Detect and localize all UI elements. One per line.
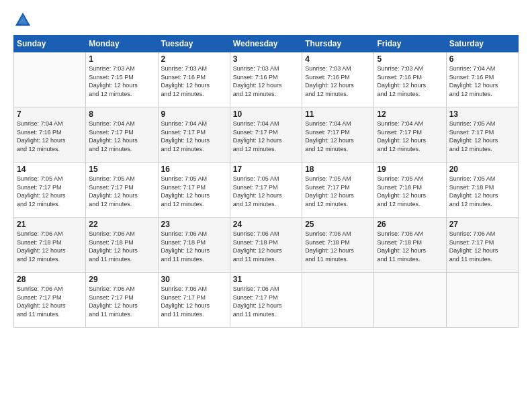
day-detail: Sunrise: 7:06 AMSunset: 7:18 PMDaylight:… xyxy=(161,230,227,263)
day-detail: Sunrise: 7:03 AMSunset: 7:16 PMDaylight:… xyxy=(377,64,443,98)
calendar-cell: 12Sunrise: 7:04 AMSunset: 7:17 PMDayligh… xyxy=(374,107,446,163)
calendar-cell: 25Sunrise: 7:06 AMSunset: 7:18 PMDayligh… xyxy=(302,218,374,273)
calendar-cell: 4Sunrise: 7:03 AMSunset: 7:16 PMDaylight… xyxy=(302,52,374,107)
calendar-cell: 22Sunrise: 7:06 AMSunset: 7:18 PMDayligh… xyxy=(86,218,158,273)
day-detail: Sunrise: 7:05 AMSunset: 7:17 PMDaylight:… xyxy=(161,175,227,208)
day-detail: Sunrise: 7:06 AMSunset: 7:18 PMDaylight:… xyxy=(89,230,154,263)
day-detail: Sunrise: 7:03 AMSunset: 7:15 PMDaylight:… xyxy=(89,64,154,98)
calendar-week-row: 14Sunrise: 7:05 AMSunset: 7:17 PMDayligh… xyxy=(14,163,519,218)
day-detail: Sunrise: 7:04 AMSunset: 7:17 PMDaylight:… xyxy=(89,120,154,153)
calendar-week-row: 21Sunrise: 7:06 AMSunset: 7:18 PMDayligh… xyxy=(14,218,519,273)
day-number: 14 xyxy=(17,165,83,174)
day-number: 12 xyxy=(377,109,443,119)
calendar-week-row: 28Sunrise: 7:06 AMSunset: 7:17 PMDayligh… xyxy=(14,273,519,328)
calendar-cell: 3Sunrise: 7:03 AMSunset: 7:16 PMDaylight… xyxy=(230,52,302,107)
weekday-header-monday: Monday xyxy=(86,36,158,52)
day-detail: Sunrise: 7:06 AMSunset: 7:18 PMDaylight:… xyxy=(233,230,299,263)
day-detail: Sunrise: 7:04 AMSunset: 7:17 PMDaylight:… xyxy=(377,120,443,153)
day-detail: Sunrise: 7:04 AMSunset: 7:17 PMDaylight:… xyxy=(305,120,371,153)
day-detail: Sunrise: 7:06 AMSunset: 7:17 PMDaylight:… xyxy=(161,285,227,318)
day-detail: Sunrise: 7:06 AMSunset: 7:18 PMDaylight:… xyxy=(377,230,443,263)
calendar-cell: 23Sunrise: 7:06 AMSunset: 7:18 PMDayligh… xyxy=(158,218,230,273)
day-number: 24 xyxy=(233,220,299,229)
calendar-cell: 20Sunrise: 7:05 AMSunset: 7:18 PMDayligh… xyxy=(446,163,518,218)
day-number: 8 xyxy=(89,109,154,119)
day-number: 4 xyxy=(305,54,371,64)
day-number: 29 xyxy=(89,275,154,284)
calendar-cell: 14Sunrise: 7:05 AMSunset: 7:17 PMDayligh… xyxy=(14,163,86,218)
day-detail: Sunrise: 7:05 AMSunset: 7:18 PMDaylight:… xyxy=(449,175,515,208)
day-number: 7 xyxy=(17,109,83,119)
day-number: 27 xyxy=(449,220,515,229)
day-number: 22 xyxy=(89,220,154,229)
calendar-cell: 6Sunrise: 7:04 AMSunset: 7:16 PMDaylight… xyxy=(446,52,518,107)
calendar-cell: 29Sunrise: 7:06 AMSunset: 7:17 PMDayligh… xyxy=(86,273,158,328)
calendar-cell: 21Sunrise: 7:06 AMSunset: 7:18 PMDayligh… xyxy=(14,218,86,273)
day-detail: Sunrise: 7:04 AMSunset: 7:17 PMDaylight:… xyxy=(233,120,299,153)
calendar-cell: 24Sunrise: 7:06 AMSunset: 7:18 PMDayligh… xyxy=(230,218,302,273)
day-number: 30 xyxy=(161,275,227,284)
calendar-cell: 11Sunrise: 7:04 AMSunset: 7:17 PMDayligh… xyxy=(302,107,374,163)
weekday-header-wednesday: Wednesday xyxy=(230,36,302,52)
calendar-cell: 31Sunrise: 7:06 AMSunset: 7:17 PMDayligh… xyxy=(230,273,302,328)
day-number: 23 xyxy=(161,220,227,229)
calendar-cell xyxy=(374,273,446,328)
calendar-cell: 8Sunrise: 7:04 AMSunset: 7:17 PMDaylight… xyxy=(86,107,158,163)
day-number: 31 xyxy=(233,275,299,284)
day-number: 15 xyxy=(89,165,154,174)
page: SundayMondayTuesdayWednesdayThursdayFrid… xyxy=(0,0,532,411)
calendar-cell: 7Sunrise: 7:04 AMSunset: 7:16 PMDaylight… xyxy=(14,107,86,163)
calendar-cell: 28Sunrise: 7:06 AMSunset: 7:17 PMDayligh… xyxy=(14,273,86,328)
calendar-cell: 2Sunrise: 7:03 AMSunset: 7:16 PMDaylight… xyxy=(158,52,230,107)
day-number: 13 xyxy=(449,109,515,119)
weekday-header-saturday: Saturday xyxy=(446,36,518,52)
calendar-cell: 27Sunrise: 7:06 AMSunset: 7:17 PMDayligh… xyxy=(446,218,518,273)
calendar-week-row: 1Sunrise: 7:03 AMSunset: 7:15 PMDaylight… xyxy=(14,52,519,107)
calendar-cell: 15Sunrise: 7:05 AMSunset: 7:17 PMDayligh… xyxy=(86,163,158,218)
calendar-cell xyxy=(446,273,518,328)
calendar-cell: 19Sunrise: 7:05 AMSunset: 7:18 PMDayligh… xyxy=(374,163,446,218)
day-number: 21 xyxy=(17,220,83,229)
day-number: 9 xyxy=(161,109,227,119)
weekday-header-row: SundayMondayTuesdayWednesdayThursdayFrid… xyxy=(14,36,519,52)
calendar-cell: 16Sunrise: 7:05 AMSunset: 7:17 PMDayligh… xyxy=(158,163,230,218)
day-number: 1 xyxy=(89,54,154,64)
day-number: 19 xyxy=(377,165,443,174)
logo xyxy=(13,11,35,30)
calendar-cell: 26Sunrise: 7:06 AMSunset: 7:18 PMDayligh… xyxy=(374,218,446,273)
day-detail: Sunrise: 7:03 AMSunset: 7:16 PMDaylight:… xyxy=(233,64,299,98)
calendar-cell xyxy=(302,273,374,328)
logo-icon xyxy=(13,11,32,30)
day-detail: Sunrise: 7:05 AMSunset: 7:17 PMDaylight:… xyxy=(17,175,83,208)
day-number: 26 xyxy=(377,220,443,229)
weekday-header-sunday: Sunday xyxy=(14,36,86,52)
day-number: 3 xyxy=(233,54,299,64)
weekday-header-friday: Friday xyxy=(374,36,446,52)
weekday-header-tuesday: Tuesday xyxy=(158,36,230,52)
calendar-cell: 17Sunrise: 7:05 AMSunset: 7:17 PMDayligh… xyxy=(230,163,302,218)
calendar-cell: 5Sunrise: 7:03 AMSunset: 7:16 PMDaylight… xyxy=(374,52,446,107)
header xyxy=(13,11,519,30)
day-detail: Sunrise: 7:04 AMSunset: 7:16 PMDaylight:… xyxy=(449,64,515,98)
day-detail: Sunrise: 7:03 AMSunset: 7:16 PMDaylight:… xyxy=(305,64,371,98)
calendar-cell: 1Sunrise: 7:03 AMSunset: 7:15 PMDaylight… xyxy=(86,52,158,107)
day-detail: Sunrise: 7:04 AMSunset: 7:16 PMDaylight:… xyxy=(17,120,83,153)
calendar-table: SundayMondayTuesdayWednesdayThursdayFrid… xyxy=(13,35,519,328)
day-detail: Sunrise: 7:06 AMSunset: 7:17 PMDaylight:… xyxy=(17,285,83,318)
day-detail: Sunrise: 7:05 AMSunset: 7:17 PMDaylight:… xyxy=(449,120,515,153)
day-detail: Sunrise: 7:05 AMSunset: 7:17 PMDaylight:… xyxy=(233,175,299,208)
day-number: 6 xyxy=(449,54,515,64)
day-detail: Sunrise: 7:03 AMSunset: 7:16 PMDaylight:… xyxy=(161,64,227,98)
calendar-cell: 10Sunrise: 7:04 AMSunset: 7:17 PMDayligh… xyxy=(230,107,302,163)
day-detail: Sunrise: 7:06 AMSunset: 7:17 PMDaylight:… xyxy=(449,230,515,263)
day-number: 5 xyxy=(377,54,443,64)
day-detail: Sunrise: 7:06 AMSunset: 7:18 PMDaylight:… xyxy=(305,230,371,263)
day-number: 10 xyxy=(233,109,299,119)
calendar-cell: 13Sunrise: 7:05 AMSunset: 7:17 PMDayligh… xyxy=(446,107,518,163)
calendar-cell: 9Sunrise: 7:04 AMSunset: 7:17 PMDaylight… xyxy=(158,107,230,163)
day-number: 2 xyxy=(161,54,227,64)
day-detail: Sunrise: 7:05 AMSunset: 7:17 PMDaylight:… xyxy=(305,175,371,208)
day-number: 28 xyxy=(17,275,83,284)
day-detail: Sunrise: 7:06 AMSunset: 7:18 PMDaylight:… xyxy=(17,230,83,263)
day-detail: Sunrise: 7:06 AMSunset: 7:17 PMDaylight:… xyxy=(89,285,154,318)
